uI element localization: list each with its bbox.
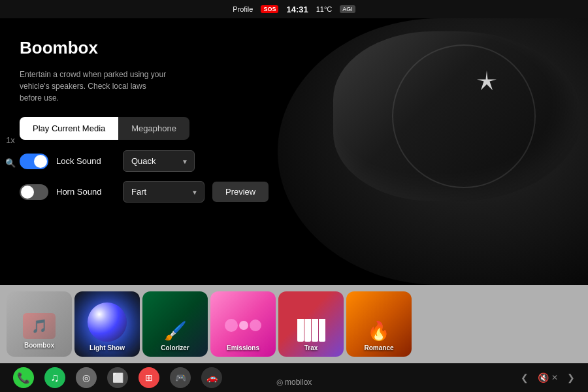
lock-sound-knob xyxy=(34,155,47,168)
horn-sound-label: Horn Sound xyxy=(56,187,115,197)
boombox-description: Entertain a crowd when parked using your… xyxy=(20,69,170,104)
colorizer-icon: 🖌️ xyxy=(164,320,187,342)
watermark: ◎ mobilox xyxy=(276,378,312,387)
search-icon[interactable]: 🔍 xyxy=(5,158,16,168)
watermark-text: mobilox xyxy=(285,378,312,387)
status-agi: AGI xyxy=(340,5,355,13)
boombox-title: Boombox xyxy=(20,38,304,58)
piano-keys-icon xyxy=(297,319,325,342)
horn-sound-knob xyxy=(21,186,34,199)
sound-options: Lock Sound Quack Default Bark Moo ▼ xyxy=(20,150,304,203)
side-controls: 1x 🔍 xyxy=(5,135,16,168)
spotify-icon[interactable]: ♫ xyxy=(44,367,65,388)
games-icon[interactable]: 🎮 xyxy=(170,367,191,388)
lock-sound-label: Lock Sound xyxy=(56,156,115,166)
app-tile-label-boombox: Boombox xyxy=(24,342,54,349)
flame-icon: 🔥 xyxy=(367,320,390,342)
circle-overlay xyxy=(392,44,536,188)
tab-buttons: Play Current Media Megaphone xyxy=(20,117,304,140)
next-arrow[interactable]: ❯ xyxy=(567,372,575,383)
tab-megaphone[interactable]: Megaphone xyxy=(118,117,189,140)
messages-icon[interactable]: ⬜ xyxy=(107,367,128,388)
status-bar: Profile SOS 14:31 11°C AGI xyxy=(0,0,588,18)
app-tile-label-trax: Trax xyxy=(304,344,318,351)
app-tile-label-romance: Romance xyxy=(364,344,393,351)
boombox-panel: 1x 🔍 Boombox Entertain a crowd when park… xyxy=(0,18,588,285)
tab-play-current-media[interactable]: Play Current Media xyxy=(20,117,118,140)
compass-icon[interactable]: ◎ xyxy=(76,367,97,388)
main-content: 1x 🔍 Boombox Entertain a crowd when park… xyxy=(0,18,588,392)
preview-button[interactable]: Preview xyxy=(212,182,269,202)
lock-sound-row: Lock Sound Quack Default Bark Moo ▼ xyxy=(20,150,304,172)
app-tile-romance[interactable]: 🔥 Romance xyxy=(346,291,412,357)
app-tile-label-lightshow: Light Show xyxy=(90,344,125,351)
status-time: 14:31 xyxy=(286,5,308,14)
app-tile-emissions[interactable]: Emissions xyxy=(210,291,276,357)
piano-white-key xyxy=(304,319,311,342)
taskbar-left: 📞 ♫ ◎ ⬜ ⊞ 🎮 🚗 xyxy=(13,367,222,388)
app-tile-trax[interactable]: Trax xyxy=(278,291,344,357)
lock-sound-dropdown-wrapper: Quack Default Bark Moo ▼ xyxy=(123,150,195,172)
app-tile-colorizer[interactable]: 🖌️ Colorizer xyxy=(142,291,208,357)
horn-sound-row: Horn Sound Fart Default Honk La Cucarach… xyxy=(20,181,304,203)
taskbar-right: ❮ 🔇 ✕ ❯ xyxy=(521,372,575,383)
status-profile: Profile xyxy=(233,5,253,13)
piano-white-key xyxy=(319,319,325,342)
app-tile-label-emissions: Emissions xyxy=(227,344,259,351)
app-tile-label-colorizer: Colorizer xyxy=(161,344,189,351)
content-overlay: Boombox Entertain a crowd when parked us… xyxy=(0,18,323,285)
lock-sound-toggle[interactable] xyxy=(20,154,48,169)
status-sos: SOS xyxy=(261,5,278,13)
prev-arrow[interactable]: ❮ xyxy=(521,372,529,383)
emissions-icon xyxy=(223,309,263,342)
app-tile-boombox[interactable]: 🎵 Boombox xyxy=(7,291,72,357)
status-temp: 11°C xyxy=(316,5,333,13)
watermark-icon: ◎ xyxy=(276,378,283,387)
app-launcher-icon[interactable]: ⊞ xyxy=(139,367,159,388)
app-tile-lightshow[interactable]: Light Show xyxy=(74,291,140,357)
phone-icon[interactable]: 📞 xyxy=(13,367,34,388)
horn-sound-dropdown-wrapper: Fart Default Honk La Cucaracha ▼ xyxy=(123,181,204,203)
lock-sound-select[interactable]: Quack Default Bark Moo xyxy=(123,150,195,172)
tesla-icon[interactable]: 🚗 xyxy=(201,367,222,388)
multiplier-button[interactable]: 1x xyxy=(5,135,16,145)
boombox-tile-icon: 🎵 xyxy=(23,313,56,339)
piano-white-key xyxy=(312,319,318,342)
volume-control[interactable]: 🔇 ✕ xyxy=(538,372,558,383)
volume-x-icon: ✕ xyxy=(551,373,558,382)
apps-grid: 🎵 Boombox Light Show 🖌️ Colorizer xyxy=(0,285,588,363)
piano-white-key xyxy=(297,319,304,342)
disco-ball-icon xyxy=(88,302,127,342)
volume-icon: 🔇 xyxy=(538,372,549,383)
horn-sound-select[interactable]: Fart Default Honk La Cucaracha xyxy=(123,181,204,203)
horn-sound-toggle[interactable] xyxy=(20,184,48,200)
